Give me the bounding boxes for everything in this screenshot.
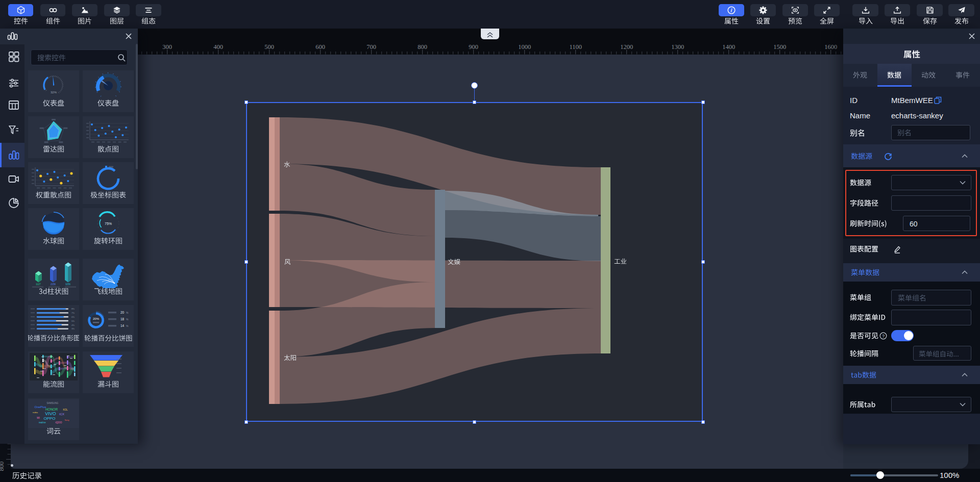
svg-text:nubia: nubia: [33, 411, 38, 414]
svg-text:800: 800: [418, 43, 427, 50]
svg-text:OnePlus: OnePlus: [34, 405, 46, 409]
svg-text:?: ?: [882, 334, 885, 339]
svg-text:3256: 3256: [65, 283, 71, 286]
svg-text:75%: 75%: [105, 222, 112, 225]
svg-text:1100: 1100: [569, 43, 582, 50]
svg-text:600: 600: [315, 43, 325, 50]
svg-text:500: 500: [264, 43, 274, 50]
svg-text:4%: 4%: [71, 324, 75, 326]
svg-text:2156: 2156: [51, 283, 56, 286]
svg-text:KOL: KOL: [63, 409, 68, 411]
svg-text:1127: 1127: [36, 283, 41, 286]
svg-text:6%: 6%: [71, 316, 75, 318]
svg-text:300: 300: [162, 43, 172, 50]
svg-text:Sony: Sony: [64, 419, 69, 421]
svg-text:700: 700: [366, 43, 376, 50]
svg-text:20%: 20%: [93, 317, 100, 320]
svg-text:1300: 1300: [671, 43, 684, 50]
svg-text:%: %: [126, 311, 129, 314]
svg-text:20: 20: [120, 311, 125, 314]
svg-text:HONOR: HONOR: [45, 408, 58, 411]
svg-text:3%: 3%: [71, 327, 75, 330]
svg-text:OPPO: OPPO: [43, 416, 55, 421]
svg-text:8%: 8%: [71, 308, 75, 310]
svg-text:VIVO: VIVO: [45, 411, 56, 416]
svg-text:400: 400: [213, 43, 223, 50]
svg-text:SAMSUNG: SAMSUNG: [47, 402, 59, 404]
svg-text:ICX: ICX: [59, 413, 64, 416]
svg-text:32%: 32%: [51, 91, 57, 94]
svg-text:%: %: [126, 318, 129, 321]
svg-text:800: 800: [0, 462, 5, 471]
svg-text:iQOO: iQOO: [56, 421, 62, 424]
svg-text:5%: 5%: [71, 320, 75, 322]
svg-text:1400: 1400: [722, 43, 735, 50]
svg-text:1000: 1000: [518, 43, 531, 50]
svg-text:7%: 7%: [71, 312, 75, 314]
svg-text:%: %: [126, 324, 129, 327]
svg-text:realme: realme: [39, 421, 46, 424]
svg-text:1600: 1600: [824, 43, 837, 50]
svg-text:900: 900: [469, 43, 478, 50]
svg-text:1500: 1500: [773, 43, 786, 50]
svg-text:14: 14: [120, 324, 125, 327]
svg-text:1200: 1200: [620, 43, 633, 50]
svg-text:18: 18: [120, 317, 125, 321]
svg-text:MI: MI: [37, 416, 40, 419]
